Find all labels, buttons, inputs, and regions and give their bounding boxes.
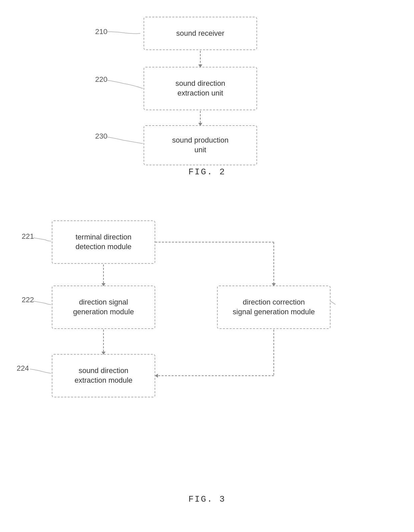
box-sound-direction-extraction-label: sound directionextraction unit — [175, 79, 225, 98]
box-direction-signal: direction signalgeneration module — [52, 286, 155, 329]
box-terminal-direction-label: terminal directiondetection module — [75, 232, 132, 251]
box-direction-signal-label: direction signalgeneration module — [73, 298, 134, 317]
fig2-area: 210 sound receiver 220 sound directionex… — [0, 10, 414, 184]
svg-marker-13 — [155, 374, 158, 378]
label-221: 221 — [22, 232, 34, 241]
box-sound-receiver-label: sound receiver — [176, 29, 224, 38]
box-sound-direction-extraction: sound directionextraction unit — [144, 67, 257, 110]
fig2-caption: FIG. 2 — [0, 167, 414, 177]
label-222: 222 — [22, 296, 34, 304]
label-230: 230 — [95, 132, 108, 141]
label-220: 220 — [95, 75, 108, 84]
box-direction-correction-label: direction correctionsignal generation mo… — [233, 298, 315, 317]
label-210: 210 — [95, 27, 108, 36]
box-terminal-direction: terminal directiondetection module — [52, 220, 155, 264]
fig3-area: 221 terminal directiondetection module 2… — [0, 214, 414, 514]
box-sound-production: sound productionunit — [144, 125, 257, 165]
box-sound-direction-extraction-module-label: sound directionextraction module — [74, 366, 133, 385]
fig3-caption: FIG. 3 — [0, 494, 414, 504]
box-sound-direction-extraction-module: sound directionextraction module — [52, 354, 155, 397]
box-direction-correction: direction correctionsignal generation mo… — [217, 286, 331, 329]
label-224: 224 — [17, 364, 29, 373]
diagram-container: 210 sound receiver 220 sound directionex… — [0, 0, 414, 532]
box-sound-receiver: sound receiver — [144, 17, 257, 50]
box-sound-production-label: sound productionunit — [172, 136, 229, 155]
